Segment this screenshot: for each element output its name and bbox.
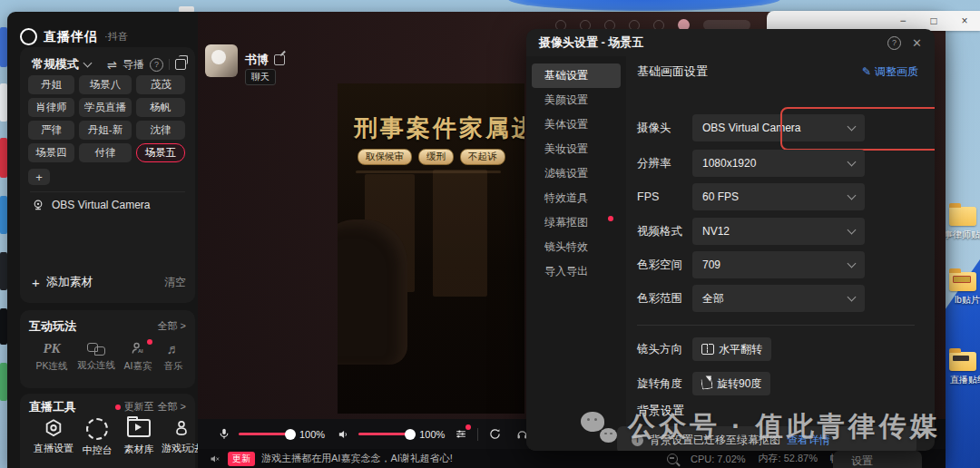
scene-button[interactable]: 严律 [28, 121, 74, 140]
add-scene-button[interactable]: + [28, 169, 50, 185]
live-settings-button[interactable]: 直播设置 [33, 418, 74, 455]
close-button[interactable]: × [949, 11, 980, 31]
source-label: OBS Virtual Camera [52, 199, 151, 211]
notification-dot [115, 405, 121, 410]
desktop-icon-fragment [0, 138, 7, 178]
fps-select[interactable]: 60 FPS [692, 183, 865, 210]
ai-guest-button[interactable]: AI AI嘉宾 [122, 341, 154, 373]
menu-item-lens-effects[interactable]: 镜头特效 [532, 235, 621, 259]
app-logo-icon [20, 28, 37, 45]
menu-item-body[interactable]: 美体设置 [532, 112, 621, 137]
scene-button[interactable]: 付律 [79, 143, 132, 162]
edit-icon[interactable] [274, 54, 285, 65]
mode-dropdown[interactable]: 常规模式 [32, 56, 79, 73]
desktop-folder[interactable] [949, 272, 976, 291]
slider-knob[interactable] [405, 429, 416, 440]
audio-mixer-button[interactable] [455, 428, 467, 440]
camera-settings-dialog: 摄像头设置 - 场景五 ? ✕ 基础设置 美颜设置 美体设置 美妆设置 滤镜设置… [526, 29, 935, 451]
minimize-button[interactable]: − [887, 11, 918, 31]
game-play-button[interactable]: 游戏玩法 [160, 418, 203, 455]
scene-button[interactable]: 沈律 [136, 121, 185, 140]
update-badge[interactable]: 更新 [228, 452, 255, 466]
color-range-label: 色彩范围 [637, 291, 692, 307]
restart-icon[interactable] [488, 427, 502, 441]
chat-bubbles-icon [87, 343, 105, 356]
mic-volume-value: 100% [299, 429, 325, 440]
scene-button[interactable]: 丹姐-新 [79, 121, 132, 140]
flip-horizontal-icon [701, 344, 714, 355]
interactive-panel: 互动玩法 全部 > PK PK连线 观众连线 AI AI嘉宾 ♬ [20, 310, 195, 388]
maximize-button[interactable]: □ [918, 11, 949, 31]
video-preview[interactable]: 刑事案件家属进 取保候审 缓刑 不起诉 [338, 83, 524, 414]
video-format-select[interactable]: NV12 [692, 218, 865, 245]
rotate-90-button[interactable]: 旋转90度 [692, 372, 770, 395]
mute-icon[interactable] [209, 453, 220, 464]
slider-knob[interactable] [285, 429, 296, 440]
music-button[interactable]: ♬ 音乐 [158, 341, 189, 373]
camera-label: 摄像头 [637, 121, 692, 136]
scene-button[interactable]: 茂茂 [136, 75, 185, 94]
popout-icon[interactable] [175, 59, 186, 70]
tools-update-link[interactable]: 更新至 全部 > [115, 400, 186, 414]
scene-button-active[interactable]: 场景五 [136, 143, 185, 162]
console-icon [86, 418, 108, 440]
microphone-icon[interactable] [218, 427, 230, 441]
folder-icon [949, 352, 976, 371]
background-window-titlebar: − □ × [767, 11, 980, 31]
menu-item-basic[interactable]: 基础设置 [532, 63, 621, 88]
add-material-button[interactable]: 添加素材 [46, 274, 93, 290]
help-icon[interactable]: ? [150, 58, 163, 72]
color-range-select[interactable]: 全部 [692, 285, 865, 312]
desktop-folder[interactable] [949, 352, 976, 371]
pk-link-button[interactable]: PK PK连线 [33, 341, 71, 373]
dialog-help-icon[interactable]: ? [887, 36, 901, 50]
dialog-title: 摄像头设置 - 场景五 [539, 34, 644, 51]
speaker-icon[interactable] [337, 428, 350, 441]
mic-volume-slider[interactable] [239, 433, 291, 435]
app-subtitle: ·抖音 [104, 30, 128, 44]
menu-item-makeup[interactable]: 美妆设置 [532, 137, 621, 161]
adjust-quality-link[interactable]: ✎ 调整画质 [862, 64, 918, 80]
audience-link-button[interactable]: 观众连线 [74, 341, 118, 372]
scene-button[interactable]: 学员直播 [79, 98, 132, 117]
pencil-icon: ✎ [862, 65, 871, 78]
interactive-all-link[interactable]: 全部 > [158, 319, 186, 333]
clear-button[interactable]: 清空 [164, 275, 186, 290]
scene-button[interactable]: 场景四 [28, 143, 74, 162]
screen: 刑事律师贴片 lb贴片 直播贴纸 − □ × 直播伴侣 ·抖音 常规模式 [0, 0, 980, 468]
menu-item-effects[interactable]: 特效道具 [532, 186, 621, 210]
swap-icon: ⇌ [107, 58, 117, 72]
desktop-icon-fragment [0, 308, 7, 345]
chevron-down-icon [848, 158, 857, 167]
divider [637, 325, 915, 326]
flip-horizontal-button[interactable]: 水平翻转 [692, 337, 771, 361]
mixer-icon [455, 428, 467, 440]
color-space-select[interactable]: 709 [692, 251, 865, 278]
camera-select[interactable]: OBS Virtual Camera [692, 114, 865, 141]
rotate-angle-label: 旋转角度 [637, 376, 692, 392]
desktop-folder[interactable] [949, 207, 976, 226]
menu-item-beauty[interactable]: 美颜设置 [532, 88, 621, 112]
notice-detail-link[interactable]: 查看详情 [787, 433, 830, 448]
scene-button[interactable]: 丹姐 [28, 75, 74, 94]
scene-button[interactable]: 肖律师 [28, 98, 74, 117]
source-item[interactable]: OBS Virtual Camera [32, 199, 151, 211]
dialog-close-icon[interactable]: ✕ [912, 36, 922, 50]
material-library-button[interactable]: 素材库 [120, 416, 158, 456]
zoom-icon[interactable] [667, 453, 678, 464]
tools-title: 直播工具 [29, 399, 76, 415]
desktop-folder-label: 直播贴纸 [941, 374, 980, 386]
control-console-button[interactable]: 中控台 [78, 418, 116, 457]
menu-item-filter[interactable]: 滤镜设置 [532, 161, 621, 186]
menu-item-import-export[interactable]: 导入导出 [532, 259, 621, 284]
resolution-label: 分辨率 [637, 156, 692, 171]
scene-button[interactable]: 场景八 [79, 75, 132, 94]
live-settings-icon [44, 418, 64, 438]
content-section-title: 基础画面设置 [637, 63, 708, 80]
menu-item-greenscreen[interactable]: 绿幕抠图 [532, 210, 621, 235]
scene-button[interactable]: 杨帆 [136, 98, 185, 117]
speaker-volume-slider[interactable] [358, 433, 411, 435]
director-button[interactable]: 导播 [122, 57, 144, 73]
folder-icon [949, 207, 976, 226]
resolution-select[interactable]: 1080x1920 [692, 150, 865, 177]
